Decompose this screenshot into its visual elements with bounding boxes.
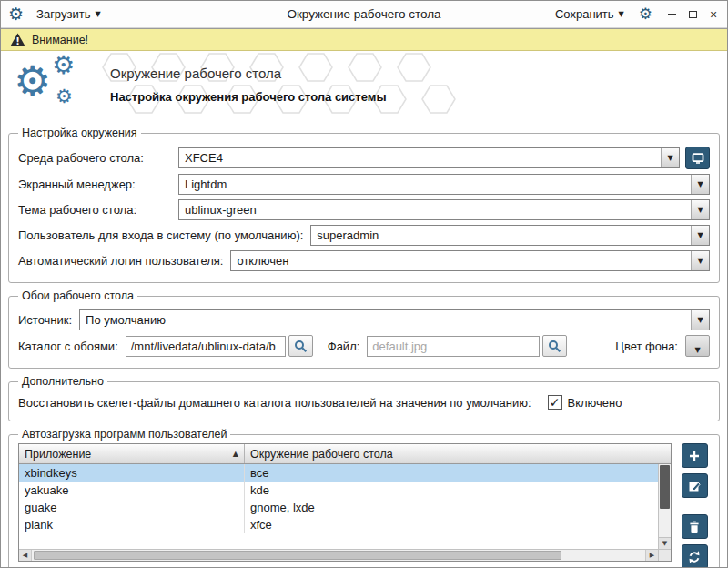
wallpaper-source-select[interactable]: По умолчанию ▼ [79,309,710,330]
column-header-application[interactable]: Приложение ▲ [19,444,245,463]
warning-triangle-icon: ! [10,33,25,46]
section-autostart-legend: Автозагрузка программ пользователей [18,428,230,441]
column-header-environment[interactable]: Окружение рабочего стола [245,444,671,463]
checkbox-enabled-label: Включено [568,396,622,410]
chevron-down-icon: ▼ [619,10,624,18]
cell-environment: xfce [245,518,658,532]
settings-gear-button[interactable]: ⚙ [639,6,652,22]
display-manager-label: Экранный менеджер: [18,178,171,191]
wallpaper-source-label: Источник: [18,313,72,327]
cell-environment: все [245,466,658,480]
window-title: Окружение рабочего стола [287,7,440,21]
skeleton-restore-checkbox[interactable]: ✓ [548,395,562,410]
close-button[interactable]: × [707,8,720,21]
display-manager-value: Lightdm [185,178,691,191]
save-menu-button[interactable]: Сохранить ▼ [550,5,630,24]
app-logo-gear-icon: ⚙ [8,5,24,23]
save-menu-label: Сохранить [555,7,614,21]
trash-icon [687,520,702,534]
theme-select[interactable]: ublinux-green ▼ [178,199,710,220]
scroll-right-arrow-icon[interactable]: ▶ [645,550,658,561]
desktop-env-label: Среда рабочего стола: [18,151,171,165]
scrollbar-corner [658,549,671,561]
plus-icon [687,449,702,463]
wallpaper-directory-label: Каталог с обоями: [18,340,118,353]
svg-text:!: ! [15,36,20,46]
wallpaper-source-value: По умолчанию [86,313,691,327]
wallpaper-file-input[interactable] [367,336,540,357]
autologin-select[interactable]: отключен ▼ [230,250,710,271]
section-wallpaper-legend: Обои рабочего стола [18,289,137,302]
table-row[interactable]: plank xfce [19,516,658,533]
display-manager-select[interactable]: Lightdm ▼ [178,174,710,195]
search-icon [548,340,561,353]
skeleton-restore-label: Восстановить скелет-файлы домашнего ката… [18,396,531,410]
titlebar: ⚙ Загрузить ▼ Окружение рабочего стола С… [1,1,727,28]
section-environment: Настройка окружения Среда рабочего стола… [8,127,720,283]
check-icon: ✓ [550,396,561,409]
minimize-button[interactable] [665,8,678,21]
cell-environment: kde [245,483,658,497]
load-menu-label: Загрузить [36,7,90,21]
section-additional-legend: Дополнительно [18,375,107,388]
vertical-scrollbar-thumb[interactable] [660,465,670,509]
cell-application: plank [19,516,245,533]
chevron-down-icon: ▼ [691,200,709,219]
desktop-env-extra-button[interactable] [685,147,710,169]
add-button[interactable] [682,443,708,468]
wallpaper-directory-input[interactable] [126,336,286,357]
table-row[interactable]: xbindkeys все [19,464,658,482]
cell-application: yakuake [19,482,245,499]
autostart-table-body: xbindkeys все yakuake kde guake gnome, l… [19,464,658,549]
table-row[interactable]: guake gnome, lxde [19,499,658,516]
chevron-down-icon: ▼ [694,346,700,354]
default-user-label: Пользователь для входа в систему (по умо… [18,228,303,242]
section-environment-legend: Настройка окружения [18,127,141,139]
edit-pencil-icon [687,479,702,493]
directory-browse-button[interactable] [288,335,313,357]
scroll-left-arrow-icon[interactable]: ◀ [19,550,32,561]
delete-button[interactable] [682,514,708,539]
chevron-down-icon: ▼ [691,226,709,245]
horizontal-scrollbar[interactable]: ◀ ▶ [19,549,658,561]
sort-asc-icon: ▲ [233,450,238,458]
file-browse-button[interactable] [542,335,567,357]
autologin-label: Автоматический логин пользователя: [18,254,223,268]
theme-value: ublinux-green [185,203,691,217]
page-header: ⚙⚙⚙ Окружение рабочего стола Настройка о… [1,51,727,124]
chevron-down-icon: ▼ [95,10,100,18]
edit-button[interactable] [682,473,708,498]
cell-application: xbindkeys [19,464,245,482]
autologin-value: отключен [237,254,691,268]
chevron-down-icon: ▼ [661,148,679,167]
refresh-button[interactable] [682,544,708,568]
app-window: ⚙ Загрузить ▼ Окружение рабочего стола С… [0,0,728,568]
load-menu-button[interactable]: Загрузить ▼ [31,5,106,24]
scroll-down-arrow-icon[interactable]: ▼ [659,537,671,549]
column-header-application-label: Приложение [25,448,91,461]
header-title: Окружение рабочего стола [110,66,387,81]
monitor-icon [691,151,705,166]
chevron-down-icon: ▼ [691,251,709,270]
gears-logo-icon: ⚙⚙⚙ [14,55,92,122]
bg-color-label: Цвет фона: [615,340,678,353]
autostart-table-header: Приложение ▲ Окружение рабочего стола [19,444,671,464]
maximize-button[interactable] [686,8,699,21]
bg-color-select[interactable]: ▼ [685,335,710,357]
table-row[interactable]: yakuake kde [19,482,658,499]
search-icon [294,340,308,353]
chevron-down-icon: ▼ [691,175,709,194]
cell-application: guake [19,499,245,516]
section-additional: Дополнительно Восстановить скелет-файлы … [8,375,720,421]
default-user-select[interactable]: superadmin ▼ [310,225,710,246]
horizontal-scrollbar-thumb[interactable] [34,551,561,560]
desktop-env-select[interactable]: XFCE4 ▼ [178,147,680,168]
warning-text: Внимание! [32,34,88,46]
refresh-icon [687,550,702,564]
cell-environment: gnome, lxde [245,501,658,514]
theme-label: Тема рабочего стола: [18,203,171,217]
column-header-environment-label: Окружение рабочего стола [250,448,393,461]
warning-banner: ! Внимание! [1,28,727,51]
desktop-env-value: XFCE4 [185,151,661,165]
vertical-scrollbar[interactable]: ▼ [658,464,671,549]
